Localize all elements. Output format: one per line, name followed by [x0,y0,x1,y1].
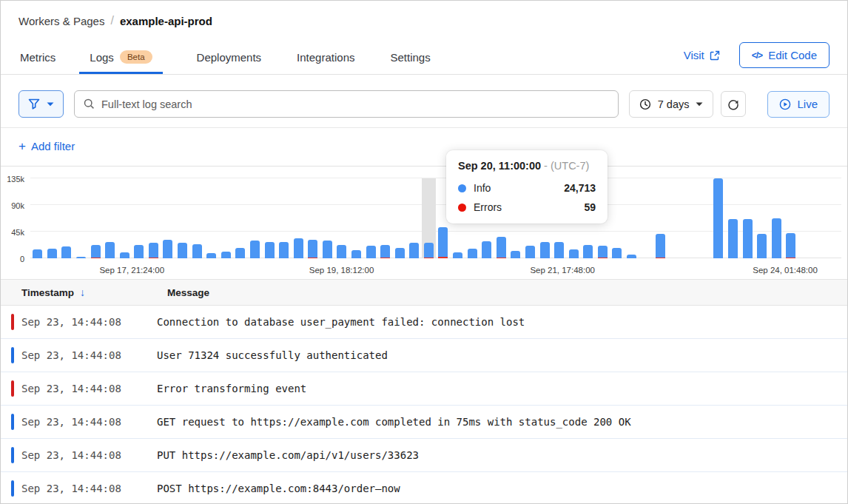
chart-bar[interactable] [726,178,741,258]
page-title: example-api-prod [120,15,212,27]
filters-row: + Add filter [1,128,847,167]
tab-metrics[interactable]: Metrics [18,47,57,74]
table-row[interactable]: Sep 23, 14:44:08GET request to https://e… [1,406,847,439]
chart-bar[interactable] [784,178,798,258]
tab-settings-label: Settings [390,51,430,64]
table-row[interactable]: Sep 23, 14:44:08Connection to database u… [1,306,847,339]
chart-bar[interactable] [740,178,755,258]
log-table: Timestamp ↓ Message Sep 23, 14:44:08Conn… [1,279,847,504]
plus-icon: + [18,140,26,152]
chart-bar[interactable] [639,178,653,258]
chart-bar[interactable] [117,178,132,258]
y-axis-label: 135k [1,175,24,184]
timestamp-column-header[interactable]: Timestamp ↓ [21,286,167,298]
visit-link[interactable]: Visit [684,49,720,61]
chart-bar[interactable] [233,178,248,258]
message-column-header: Message [167,287,209,298]
breadcrumb-separator: / [110,14,113,27]
breadcrumb-root[interactable]: Workers & Pages [18,15,104,27]
chart-bar[interactable] [667,178,682,258]
chart-bar[interactable] [378,178,393,258]
chart-bar[interactable] [74,178,89,258]
chart-bar[interactable] [697,178,712,258]
log-toolbar: 7 days Live [1,75,847,128]
chart-bar[interactable] [132,178,147,258]
table-row[interactable]: Sep 23, 14:44:08POST https://example.com… [1,472,847,504]
chart-bar[interactable] [625,178,639,258]
table-row[interactable]: Sep 23, 14:44:08Error transforming event [1,372,847,406]
chart-bar[interactable] [45,178,60,258]
tab-integrations[interactable]: Integrations [295,47,356,74]
chart-bar[interactable] [392,178,407,258]
tooltip-row-info: Info 24,713 [458,182,596,194]
chart-bar[interactable] [147,178,161,258]
info-level-indicator [11,414,14,430]
chart-bar[interactable] [59,178,74,258]
chart-bar[interactable] [248,178,263,258]
tab-settings[interactable]: Settings [388,47,431,74]
chart-bar[interactable] [175,178,190,258]
tab-logs[interactable]: Logs Beta [79,47,162,74]
chart-bar[interactable] [610,178,625,258]
chart-bar[interactable] [653,178,668,258]
chart-bar[interactable] [291,178,306,258]
chart-bar[interactable] [769,178,784,258]
live-button-label: Live [797,98,818,110]
y-axis-label: 0 [1,255,24,263]
chart-bar[interactable] [219,178,234,258]
chart-bar[interactable] [755,178,770,258]
live-button[interactable]: Live [767,91,830,118]
chart-bar[interactable] [320,178,335,258]
tooltip-timezone: (UTC-7) [551,160,589,172]
edit-code-label: Edit Code [768,49,817,61]
tab-deployments[interactable]: Deployments [195,47,263,74]
chart-bar[interactable] [103,178,118,258]
workers-logs-page: Workers & Pages / example-api-prod Metri… [0,0,848,504]
log-rows: Sep 23, 14:44:08Connection to database u… [1,306,847,504]
chart-bar[interactable] [798,178,813,258]
breadcrumb: Workers & Pages / example-api-prod [18,14,830,27]
log-volume-chart: 135k90k45k0 Sep 17, 21:24:00Sep 19, 18:1… [1,167,847,279]
tooltip-separator: - [544,160,548,172]
beta-badge: Beta [120,50,152,64]
tab-logs-label: Logs [90,51,114,64]
chart-bar[interactable] [827,178,842,258]
x-axis-label: Sep 21, 17:48:00 [530,266,595,275]
table-row[interactable]: Sep 23, 14:44:08User 71324 successfully … [1,339,847,372]
chart-bar[interactable] [161,178,175,258]
log-timestamp: Sep 23, 14:44:08 [21,483,157,494]
chart-bar[interactable] [334,178,349,258]
log-message: User 71324 successfully authenticated [157,349,388,361]
chart-bar[interactable] [88,178,103,258]
table-row[interactable]: Sep 23, 14:44:08PUT https://example.com/… [1,439,847,472]
chart-bar[interactable] [262,178,277,258]
chart-bar[interactable] [363,178,378,258]
edit-code-button[interactable]: </> Edit Code [739,42,830,68]
visit-link-label: Visit [684,49,704,61]
chart-bar[interactable] [306,178,320,258]
chart-bar[interactable] [204,178,219,258]
tab-integrations-label: Integrations [297,51,354,64]
time-range-dropdown[interactable]: 7 days [629,90,714,118]
sort-desc-icon: ↓ [80,286,85,298]
chart-bar[interactable] [812,178,827,258]
chart-bar[interactable] [30,178,45,258]
chart-bar[interactable] [682,178,697,258]
tabs: Metrics Logs Beta Deployments Integratio… [18,47,432,74]
refresh-button[interactable] [721,91,746,117]
log-timestamp: Sep 23, 14:44:08 [21,449,157,461]
chart-bar[interactable] [189,178,204,258]
chart-bar[interactable] [407,178,422,258]
filter-button[interactable] [18,90,64,118]
chevron-down-icon [47,102,54,107]
search-input[interactable] [101,98,609,110]
add-filter-button[interactable]: + Add filter [18,140,75,152]
chart-bar[interactable] [349,178,364,258]
log-message: Error transforming event [157,383,306,394]
chart-bar[interactable] [711,178,726,258]
chart-bar-hovered[interactable] [422,178,437,258]
chart-plot[interactable] [30,178,841,258]
chart-bar[interactable] [277,178,292,258]
tab-deployments-label: Deployments [197,51,262,64]
clock-icon [639,98,651,110]
